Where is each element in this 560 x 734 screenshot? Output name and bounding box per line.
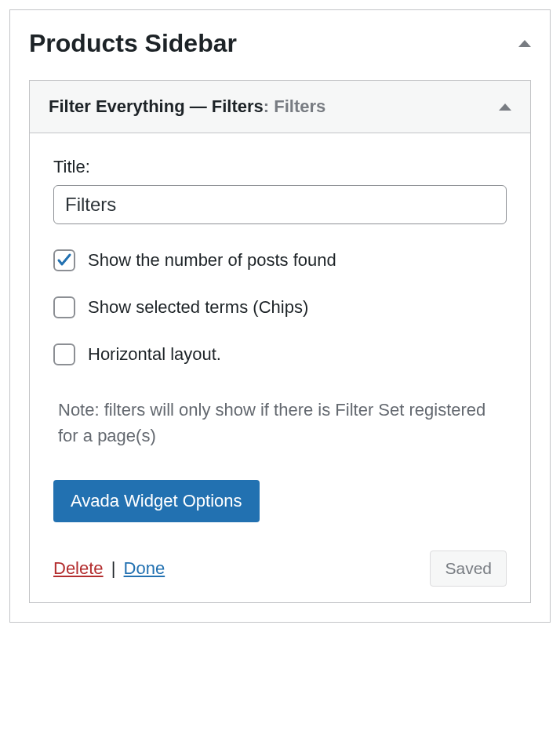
widget-actions-left: Delete | Done [53,558,165,579]
checkbox-row-posts-found[interactable]: Show the number of posts found [53,249,507,271]
saved-button: Saved [430,550,507,587]
caret-up-icon [499,104,511,111]
checkbox-posts-found[interactable] [53,249,75,271]
sidebar-panel-header[interactable]: Products Sidebar [29,29,531,58]
checkbox-row-chips[interactable]: Show selected terms (Chips) [53,296,507,318]
widget-title-main: Filter Everything — Filters [49,96,264,116]
link-divider: | [108,558,119,578]
checkbox-label-chips: Show selected terms (Chips) [88,297,308,318]
widget-note: Note: filters will only show if there is… [53,397,507,449]
title-field-label: Title: [53,157,507,177]
widget-title-sub: : Filters [264,96,325,116]
caret-up-icon [518,40,531,47]
delete-link[interactable]: Delete [53,558,104,578]
sidebar-title: Products Sidebar [29,29,237,58]
done-link[interactable]: Done [124,558,165,578]
widget-filter-everything: Filter Everything — Filters: Filters Tit… [29,80,531,603]
checkbox-horizontal[interactable] [53,343,75,365]
checkbox-label-horizontal: Horizontal layout. [88,344,221,365]
checkmark-icon [56,253,72,268]
widget-actions-row: Delete | Done Saved [53,550,507,587]
widget-header[interactable]: Filter Everything — Filters: Filters [30,81,530,133]
widget-body: Title: Show the number of posts found Sh… [30,133,530,602]
sidebar-panel: Products Sidebar Filter Everything — Fil… [9,9,551,623]
checkbox-row-horizontal[interactable]: Horizontal layout. [53,343,507,365]
avada-widget-options-button[interactable]: Avada Widget Options [53,480,260,522]
title-input[interactable] [53,185,507,224]
checkbox-label-posts-found: Show the number of posts found [88,250,336,271]
checkbox-chips[interactable] [53,296,75,318]
widget-title: Filter Everything — Filters: Filters [49,96,325,117]
